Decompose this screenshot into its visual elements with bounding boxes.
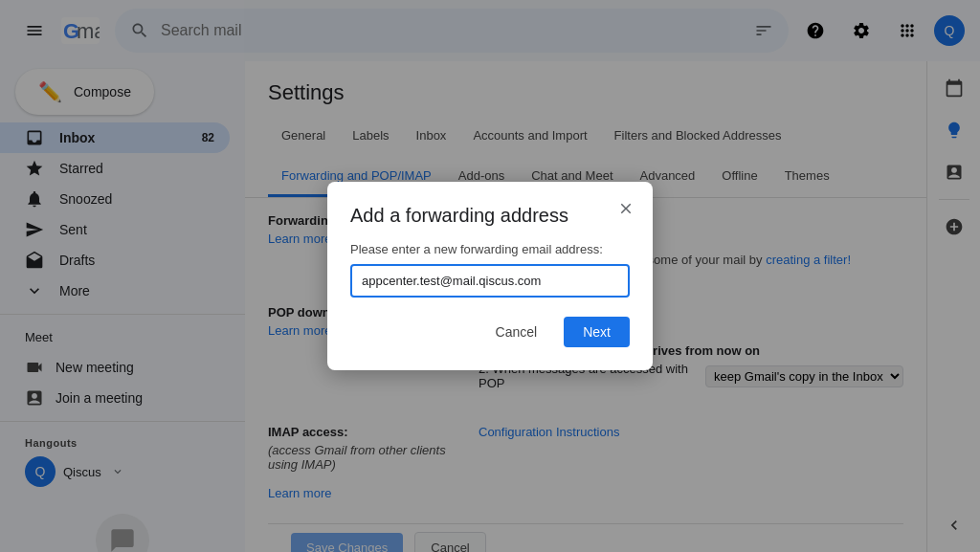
modal-overlay: Add a forwarding address Please enter a …: [0, 0, 980, 552]
modal-next-button[interactable]: Next: [564, 317, 630, 347]
modal-label: Please enter a new forwarding email addr…: [350, 242, 630, 256]
add-forwarding-modal: Add a forwarding address Please enter a …: [327, 182, 653, 370]
modal-title: Add a forwarding address: [350, 205, 630, 227]
modal-actions: Cancel Next: [350, 317, 630, 347]
modal-cancel-button[interactable]: Cancel: [477, 317, 557, 347]
modal-close-button[interactable]: [611, 193, 641, 224]
forwarding-email-input[interactable]: [350, 264, 630, 298]
